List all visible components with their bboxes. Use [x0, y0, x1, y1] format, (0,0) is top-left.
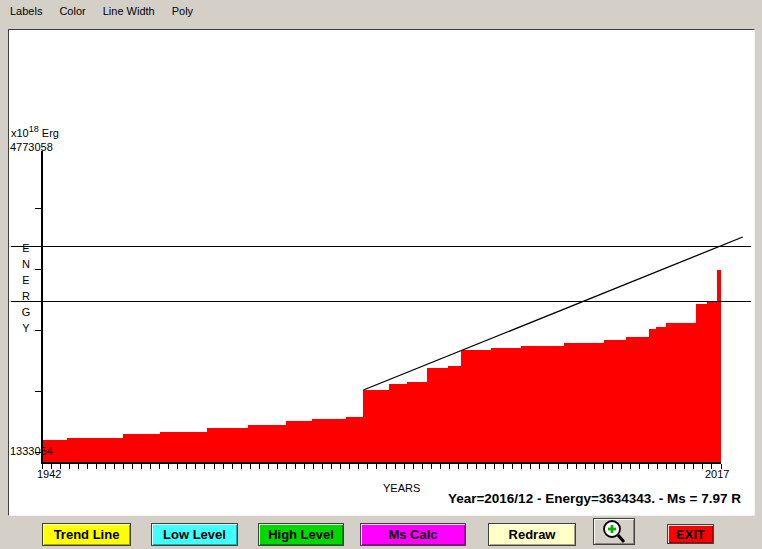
low-level-button[interactable]: Low Level [151, 523, 238, 546]
status-readout: Year=2016/12 - Energy=3634343. - Ms = 7.… [448, 491, 741, 506]
x-axis-max-label: 2017 [705, 468, 729, 480]
exit-button[interactable]: EXIT [667, 524, 714, 544]
y-axis-unit-label: x1018 Erg [11, 123, 59, 139]
trend-line-button[interactable]: Trend Line [42, 523, 131, 546]
zoom-button[interactable] [593, 518, 635, 545]
menu-labels[interactable]: Labels [7, 3, 45, 19]
y-axis-title: ENERGY [20, 242, 32, 338]
x-axis-min-label: 1942 [37, 468, 61, 480]
zoom-in-icon [599, 519, 629, 544]
menu-color[interactable]: Color [56, 3, 88, 19]
chart-panel: x1018 Erg 4773058 ENERGY 1333054 1942 20… [8, 29, 755, 516]
x-axis-title: YEARS [383, 482, 420, 494]
menu-line-width[interactable]: Line Width [100, 3, 158, 19]
y-axis-min-label: 1333054 [10, 445, 53, 457]
menu-poly[interactable]: Poly [169, 3, 196, 19]
redraw-button[interactable]: Redraw [488, 523, 576, 546]
y-axis-max-label: 4773058 [10, 141, 53, 153]
chart-canvas[interactable] [9, 30, 754, 515]
ms-calc-button[interactable]: Ms Calc [360, 523, 466, 546]
menu-bar: Labels Color Line Width Poly [0, 0, 762, 22]
high-level-button[interactable]: High Level [258, 523, 344, 546]
